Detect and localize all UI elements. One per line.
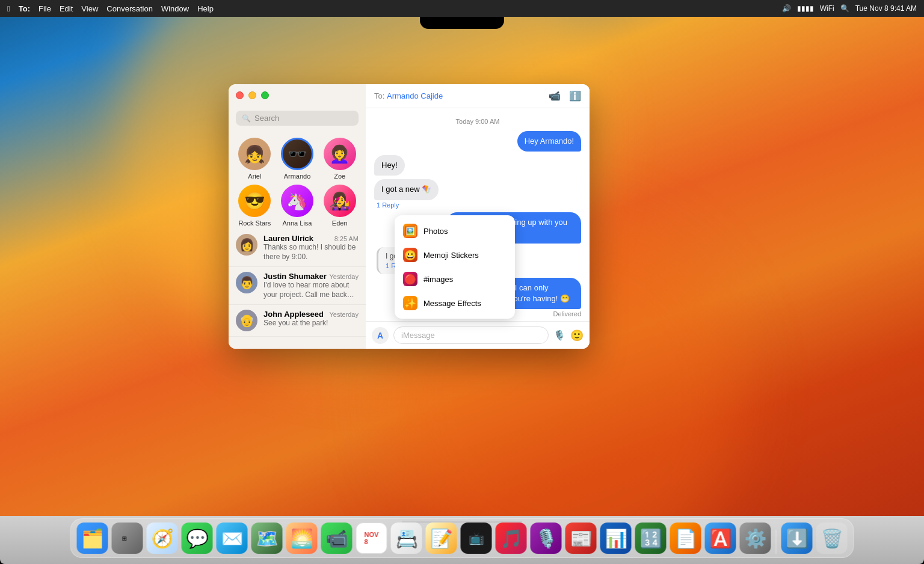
pinned-contact-eden[interactable]: 👩‍🎤 Eden xyxy=(321,185,359,227)
migration-icon: ⬇️ xyxy=(786,528,808,549)
menubar:  To: File Edit View Conversation Window… xyxy=(0,0,924,17)
window-close-button[interactable] xyxy=(236,91,244,99)
dock-item-finder[interactable]: 🗂️ xyxy=(77,523,108,554)
conversation-item-justin[interactable]: 👨 Justin Shumaker Yesterday I'd love to … xyxy=(229,267,366,305)
dock-item-messages[interactable]: 💬 xyxy=(182,523,213,554)
conv-name-lauren: Lauren Ulrick xyxy=(263,234,313,243)
dock-item-keynote[interactable]: 📊 xyxy=(600,523,632,554)
dock-item-news[interactable]: 📰 xyxy=(565,523,597,554)
calendar-icon: NOV8 xyxy=(365,531,379,545)
contact-name-zoe: Zoe xyxy=(334,173,345,180)
menubar-file[interactable]: File xyxy=(38,4,51,13)
avatar-justin: 👨 xyxy=(236,272,257,293)
conversation-item-lauren[interactable]: 👩 Lauren Ulrick 8:25 AM Thanks so much! … xyxy=(229,229,366,267)
dock-item-migration[interactable]: ⬇️ xyxy=(781,523,813,554)
dock-item-pages[interactable]: 📄 xyxy=(670,523,701,554)
window-maximize-button[interactable] xyxy=(261,91,269,99)
dock-item-mail[interactable]: ✉️ xyxy=(217,523,248,554)
dock-item-launchpad[interactable]: ⊞ xyxy=(112,523,143,554)
app-picker-effects[interactable]: ✨ Message Effects xyxy=(395,291,515,315)
podcasts-icon: 🎙️ xyxy=(535,528,557,549)
search-bar[interactable]: 🔍 Search xyxy=(236,111,359,126)
dock-item-music[interactable]: 🎵 xyxy=(496,523,527,554)
menubar-left:  To: File Edit View Conversation Window… xyxy=(7,4,214,13)
conv-preview-lauren: Thanks so much! I should be there by 9:0… xyxy=(263,243,359,262)
conv-info-john: John Appleseed Yesterday See you at the … xyxy=(263,310,359,328)
contact-name-ariel: Ariel xyxy=(248,173,261,180)
dock-item-trash[interactable]: 🗑️ xyxy=(816,523,848,554)
dock-item-photos[interactable]: 🌅 xyxy=(286,523,318,554)
pinned-contact-zoe[interactable]: 👩‍🦱 Zoe xyxy=(321,138,359,180)
numbers-icon: 🔢 xyxy=(639,528,662,549)
conv-time-lauren: 8:25 AM xyxy=(334,235,359,242)
dock-item-contacts[interactable]: 📇 xyxy=(391,523,422,554)
emoji-picker-icon[interactable]: 🙂 xyxy=(570,329,584,342)
photos-picker-icon: 🖼️ xyxy=(403,224,417,238)
apple-menu[interactable]:  xyxy=(7,4,10,13)
dock-item-podcasts[interactable]: 🎙️ xyxy=(531,523,562,554)
contact-name-armando: Armando xyxy=(284,173,311,180)
dock-item-facetime[interactable]: 📹 xyxy=(321,523,353,554)
window-controls xyxy=(236,91,269,99)
memoji-picker-icon: 😀 xyxy=(403,248,417,262)
reply-count-1[interactable]: 1 Reply xyxy=(374,201,399,209)
pages-icon: 📄 xyxy=(674,528,697,549)
app-picker-button[interactable]: A xyxy=(372,327,389,344)
avatar-lauren: 👩 xyxy=(236,234,257,256)
avatar-john: 👴 xyxy=(236,310,257,331)
message-new-item: I got a new 🪁 xyxy=(374,179,439,200)
chat-area: To: Armando Cajide 📹 ℹ️ Today 9:00 AM He… xyxy=(366,84,590,349)
search-field[interactable]: Search xyxy=(254,114,279,123)
contacts-icon: 📇 xyxy=(395,528,417,549)
finder-icon: 🗂️ xyxy=(81,528,103,549)
menubar-help[interactable]: Help xyxy=(197,4,214,13)
app-picker-photos[interactable]: 🖼️ Photos xyxy=(395,219,515,243)
message-input-field[interactable]: iMessage xyxy=(393,326,549,344)
message-row-2: Hey! xyxy=(374,155,581,176)
dock-item-appletv[interactable]: 📺 xyxy=(461,523,492,554)
pinned-contact-ariel[interactable]: 👧 Ariel xyxy=(236,138,274,180)
effects-picker-label: Message Effects xyxy=(424,299,481,308)
facetime-icon[interactable]: 📹 xyxy=(549,90,561,102)
app-picker-images[interactable]: 🔴 #images xyxy=(395,267,515,291)
conversation-item-john[interactable]: 👴 John Appleseed Yesterday See you at th… xyxy=(229,305,366,337)
dock-item-maps[interactable]: 🗺️ xyxy=(251,523,283,554)
avatar-zoe: 👩‍🦱 xyxy=(324,138,356,170)
menubar-volume-icon: 🔊 xyxy=(782,4,791,13)
menubar-search-icon[interactable]: 🔍 xyxy=(840,4,849,13)
menubar-view[interactable]: View xyxy=(81,4,98,13)
pinned-contact-armando[interactable]: 🕶️ Armando xyxy=(279,138,316,180)
menubar-edit[interactable]: Edit xyxy=(60,4,73,13)
audio-record-icon[interactable]: 🎙️ xyxy=(553,330,565,341)
dock-item-notes[interactable]: 📝 xyxy=(426,523,457,554)
dock-item-numbers[interactable]: 🔢 xyxy=(635,523,667,554)
messages-sidebar: ✏️ 🔍 Search 👧 Ariel 🕶️ Armando xyxy=(229,84,366,349)
avatar-rockstars: 😎 xyxy=(238,185,271,217)
message-hey-armando: Hey Armando! xyxy=(517,131,581,152)
pinned-contact-rockstars[interactable]: 😎 Rock Stars xyxy=(236,185,274,227)
dock-item-appstore[interactable]: 🅰️ xyxy=(705,523,736,554)
contact-name-eden: Eden xyxy=(332,219,348,227)
app-picker-memoji[interactable]: 😀 Memoji Stickers xyxy=(395,243,515,267)
images-picker-icon: 🔴 xyxy=(403,272,417,286)
window-minimize-button[interactable] xyxy=(248,91,256,99)
pinned-contact-annalisa[interactable]: 🦄 Anna Lisa xyxy=(279,185,316,227)
dock-item-calendar[interactable]: NOV8 xyxy=(356,523,387,554)
messages-icon: 💬 xyxy=(186,528,208,549)
conversation-list: 👩 Lauren Ulrick 8:25 AM Thanks so much! … xyxy=(229,229,366,349)
menubar-conversation[interactable]: Conversation xyxy=(106,4,153,13)
info-icon[interactable]: ℹ️ xyxy=(569,90,581,102)
music-icon: 🎵 xyxy=(500,528,522,549)
conv-header-lauren: Lauren Ulrick 8:25 AM xyxy=(263,234,359,243)
menubar-window[interactable]: Window xyxy=(161,4,189,13)
avatar-eden: 👩‍🎤 xyxy=(324,185,356,217)
contact-name-annalisa: Anna Lisa xyxy=(283,219,312,227)
dock-item-safari[interactable]: 🧭 xyxy=(147,523,178,554)
chat-recipient: To: Armando Cajide xyxy=(374,91,549,100)
notch xyxy=(420,17,504,29)
sysprefs-icon: ⚙️ xyxy=(744,528,766,549)
conv-name-john: John Appleseed xyxy=(263,310,324,319)
dock-item-sysprefs[interactable]: ⚙️ xyxy=(740,523,771,554)
conv-preview-justin: I'd love to hear more about your project… xyxy=(263,281,359,299)
date-divider: Today 9:00 AM xyxy=(374,118,581,125)
